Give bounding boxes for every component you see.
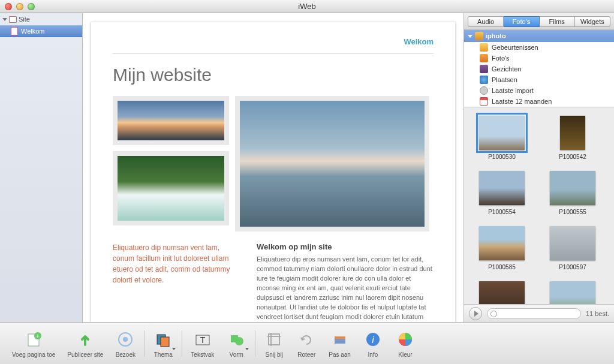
media-source-pho[interactable]: Foto's (464, 53, 614, 64)
media-source-header-label: iphoto (486, 32, 506, 40)
disclosure-triangle-icon (468, 35, 472, 38)
toolbar-rotate-button[interactable]: Roteer (290, 329, 323, 358)
textbox-icon: T (192, 329, 213, 350)
media-tab-audio[interactable]: Audio (468, 16, 504, 27)
svg-rect-13 (335, 336, 345, 339)
svg-rect-6 (161, 337, 169, 347)
svg-point-4 (123, 337, 128, 342)
pho-icon (480, 54, 488, 62)
media-source-header[interactable]: iphoto (464, 30, 614, 42)
page-nav-link[interactable]: Welkom (113, 37, 434, 54)
toolbar-adjust-button[interactable]: Pas aan (323, 329, 357, 358)
media-panel-footer: 11 best. (464, 304, 614, 322)
iphoto-icon (475, 32, 483, 40)
face-icon (480, 65, 488, 73)
media-search-input[interactable] (487, 308, 581, 319)
svg-point-10 (235, 337, 243, 345)
thumbnail-P1000555[interactable]: P1000555 (546, 171, 600, 215)
adjust-icon (330, 329, 350, 350)
media-source-imp[interactable]: Laatste import (464, 85, 614, 96)
page-canvas[interactable]: Welkom Mijn website Eliquatuero dip nums… (91, 22, 455, 322)
media-source-label: Plaatsen (492, 76, 517, 83)
svg-text:T: T (200, 335, 206, 345)
media-count-label: 11 best. (586, 310, 609, 317)
media-source-label: Foto's (492, 55, 510, 62)
media-tab-widgets[interactable]: Widgets (575, 16, 610, 27)
svg-text:i: i (372, 335, 374, 345)
toolbar-label: Pas aan (329, 351, 351, 358)
thumbnail-image (550, 171, 595, 205)
toolbar-label: Bezoek (116, 351, 136, 358)
photo-placeholder-1[interactable] (113, 96, 229, 145)
toolbar-separator (182, 330, 182, 357)
media-source-face[interactable]: Gezichten (464, 64, 614, 74)
svg-text:+: + (36, 333, 40, 339)
toolbar-theme-button[interactable]: Thema (147, 329, 179, 358)
highlight-textbox[interactable]: Eliquatuero dip numsan vent lam, conum f… (113, 242, 239, 322)
media-source-place[interactable]: Plaatsen (464, 74, 614, 85)
thumbnail-grid: P1000530P1000542P1000554P1000555P1000585… (464, 107, 614, 304)
thumbnail-image (479, 226, 525, 260)
add-page-icon: + (23, 329, 44, 350)
thumbnail-caption: P1000555 (546, 209, 600, 215)
site-sidebar: Site Welkom (0, 13, 83, 322)
page-title[interactable]: Mijn website (113, 65, 434, 85)
toolbar-label: Kleur (398, 351, 412, 358)
titlebar: iWeb (0, 0, 614, 13)
thumbnail-P1000718[interactable]: P1000718 (546, 281, 600, 304)
body-heading[interactable]: Welkom op mijn site (257, 242, 434, 251)
media-tabs: AudioFoto'sFilmsWidgets (464, 13, 614, 30)
media-tab-films[interactable]: Films (540, 16, 575, 27)
disclosure-triangle-icon (2, 18, 7, 21)
thumbnail-P1000554[interactable]: P1000554 (475, 171, 529, 215)
toolbar-add-page-button[interactable]: +Voeg pagina toe (6, 329, 61, 358)
publish-icon (75, 329, 95, 350)
thumbnail-image (560, 116, 585, 150)
page-icon (11, 27, 18, 35)
site-root-row[interactable]: Site (0, 13, 82, 25)
body-textbox[interactable]: Eliquatuero dip eros numsan vent lam, co… (257, 255, 434, 322)
window-title: iWeb (0, 2, 614, 11)
thumbnail-caption: P1000554 (475, 209, 529, 215)
toolbar-crop-button[interactable]: Snij bij (258, 329, 290, 358)
play-slideshow-button[interactable] (469, 307, 482, 320)
toolbar-color-button[interactable]: Kleur (389, 329, 422, 358)
media-source-label: Gezichten (492, 65, 522, 73)
thumbnail-P1000585[interactable]: P1000585 (475, 226, 529, 270)
theme-icon (153, 329, 173, 350)
thumbnail-caption: P1000530 (475, 154, 529, 160)
toolbar-label: Info (368, 351, 378, 358)
toolbar-visit-button[interactable]: Bezoek (109, 329, 142, 358)
star-icon (480, 43, 488, 52)
toolbar-textbox-button[interactable]: TTekstvak (185, 329, 220, 358)
thumbnail-P1000597[interactable]: P1000597 (546, 226, 600, 270)
toolbar-label: Voeg pagina toe (12, 351, 55, 358)
cal-icon (480, 97, 488, 106)
toolbar-info-button[interactable]: iInfo (357, 329, 389, 358)
toolbar-label: Roteer (297, 351, 315, 358)
imp-icon (480, 86, 488, 95)
crop-icon (264, 329, 284, 350)
bottom-toolbar: +Voeg pagina toePubliceer siteBezoekThem… (0, 322, 614, 364)
toolbar-label: Tekstvak (191, 351, 214, 358)
color-icon (395, 329, 416, 350)
thumbnail-P1000530[interactable]: P1000530 (475, 116, 529, 160)
sidebar-page-welkom[interactable]: Welkom (0, 25, 82, 37)
place-icon (480, 76, 488, 84)
media-tab-fotos[interactable]: Foto's (504, 16, 539, 27)
media-source-star[interactable]: Gebeurtenissen (464, 42, 614, 53)
toolbar-publish-button[interactable]: Publiceer site (61, 329, 109, 358)
thumbnail-P1000672[interactable]: P1000672 (475, 281, 529, 304)
toolbar-label: Publiceer site (67, 351, 103, 358)
media-source-label: Laatste 12 maanden (492, 98, 552, 105)
rotate-icon (296, 329, 317, 350)
media-source-cal[interactable]: Laatste 12 maanden (464, 96, 614, 107)
toolbar-separator (255, 330, 255, 357)
thumbnail-P1000542[interactable]: P1000542 (546, 116, 600, 160)
photo-placeholder-3[interactable] (235, 96, 429, 231)
thumbnail-caption: P1000585 (475, 264, 529, 270)
photo-placeholder-2[interactable] (113, 151, 229, 225)
canvas-area: Welkom Mijn website Eliquatuero dip nums… (83, 13, 464, 322)
media-panel: AudioFoto'sFilmsWidgets iphoto Gebeurten… (464, 13, 614, 322)
toolbar-shape-button[interactable]: Vorm (220, 329, 252, 358)
